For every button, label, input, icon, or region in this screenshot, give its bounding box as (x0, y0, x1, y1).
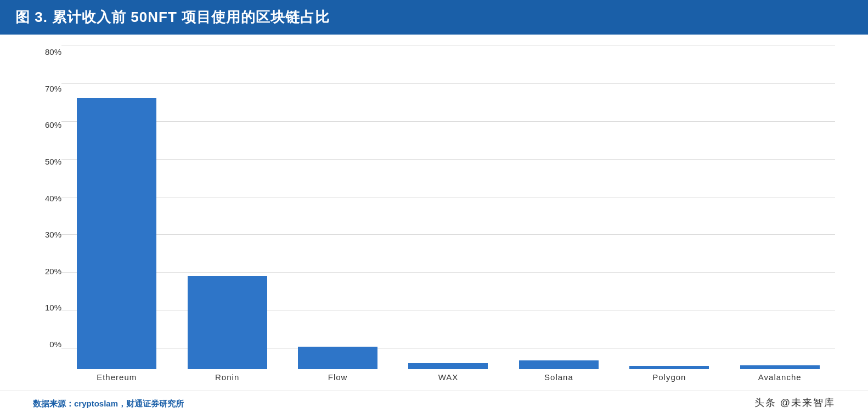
chart-title: 图 3. 累计收入前 50NFT 项目使用的区块链占比 (0, 0, 868, 35)
bar-inner (504, 46, 614, 369)
bar-group (283, 46, 393, 369)
bar-inner (283, 46, 393, 369)
y-axis-label: 10% (45, 303, 61, 312)
bars-area (61, 46, 835, 369)
footer: 数据来源：cryptoslam，财通证券研究所 头条 @未来智库 (0, 390, 868, 418)
y-axis-label: 0% (49, 340, 61, 348)
source-text: 数据来源：cryptoslam，财通证券研究所 (33, 399, 184, 409)
x-labels: EthereumRoninFlowWAXSolanaPolygonAvalanc… (61, 369, 835, 390)
bar-avalanche (740, 365, 820, 369)
x-label-ronin: Ronin (172, 369, 282, 390)
bars-row (61, 46, 835, 369)
page-container: 图 3. 累计收入前 50NFT 项目使用的区块链占比 0%10%20%30%4… (0, 0, 868, 418)
y-axis-label: 80% (45, 48, 61, 56)
bar-ronin (188, 276, 267, 369)
bar-solana (519, 360, 599, 369)
bar-wax (408, 363, 488, 369)
bar-group (614, 46, 724, 369)
x-label-wax: WAX (393, 369, 503, 390)
watermark-text: 头条 @未来智库 (754, 396, 835, 409)
bar-inner (172, 46, 282, 369)
bar-group (61, 46, 172, 369)
x-label-ethereum: Ethereum (61, 369, 172, 390)
x-label-solana: Solana (504, 369, 614, 390)
y-axis-label: 30% (45, 230, 61, 239)
bar-inner (61, 46, 172, 369)
bar-group (725, 46, 835, 369)
y-axis-label: 40% (45, 194, 61, 202)
x-label-avalanche: Avalanche (725, 369, 835, 390)
y-axis-label: 50% (45, 157, 61, 166)
bar-group (393, 46, 503, 369)
y-axis-label: 70% (45, 84, 61, 93)
bar-inner (614, 46, 724, 369)
bar-flow (298, 347, 377, 369)
x-label-flow: Flow (283, 369, 393, 390)
bar-polygon (629, 366, 709, 369)
y-axis-label: 60% (45, 121, 61, 129)
bar-inner (725, 46, 835, 369)
chart-area: 0%10%20%30%40%50%60%70%80% EthereumRonin… (0, 35, 868, 390)
bar-group (504, 46, 614, 369)
y-axis-label: 20% (45, 267, 61, 275)
x-label-polygon: Polygon (614, 369, 724, 390)
chart-wrapper: 0%10%20%30%40%50%60%70%80% (33, 46, 835, 369)
bar-group (172, 46, 282, 369)
bar-inner (393, 46, 503, 369)
bar-ethereum (77, 98, 156, 369)
y-axis: 0%10%20%30%40%50%60%70%80% (33, 46, 61, 369)
